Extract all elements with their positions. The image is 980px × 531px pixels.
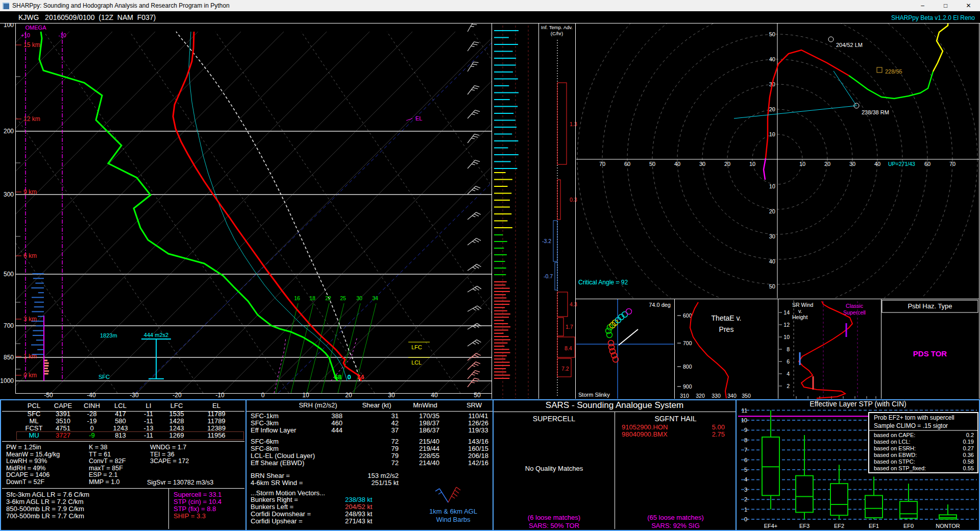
skewt-mixratio-labels: 16 18 22 25 30 34	[294, 295, 378, 301]
lfc-label: LFC	[411, 344, 422, 350]
svg-text:500: 500	[4, 271, 14, 278]
mnwind-header: MnWind	[395, 401, 456, 409]
wind-speed-profile-panel[interactable]	[494, 26, 528, 398]
index-line: SHIP = 3.3	[174, 513, 222, 520]
mean-wind-marker[interactable]	[877, 67, 882, 73]
version-label: SHARPpy Beta v1.2.0 El Reno	[891, 14, 975, 21]
stp-panel[interactable]: Effective Layer STP (with CIN) 012345678…	[737, 399, 979, 531]
skewt-panel[interactable]: OMEGA +10 -10	[0, 23, 841, 399]
sars-match-row[interactable]: 5.0091052900.HON	[622, 424, 725, 431]
temp-advection-panel[interactable]: Inf. Temp. Adv. (C/hr) 1.3 0.3 -3.2 -0.7…	[541, 25, 577, 397]
srwind-badge-2: Supercell	[843, 309, 866, 316]
svg-text:0.55: 0.55	[963, 465, 974, 471]
brn-shear-label: BRN Shear =	[251, 472, 290, 479]
svg-text:34: 34	[372, 295, 378, 301]
thermo-panel[interactable]: PCLCAPECINHLCLLILFCELSFC3391-28417-11153…	[1, 399, 246, 529]
kin-cell: 31	[342, 413, 399, 420]
composite-stats: WNDG = 1.7TEI = 363CAPE = 172	[150, 444, 189, 465]
kin-cell: SFC-8km	[251, 445, 325, 452]
skewt-wind-barbs	[468, 23, 481, 390]
svg-text:1: 1	[744, 506, 747, 513]
thermo-cell: 580	[106, 418, 135, 425]
thermo-cell: 3510	[48, 418, 78, 425]
svg-text:310: 310	[680, 393, 689, 399]
storm-motion-markers[interactable]: 204/52 LM 228/55 238/38 RM	[828, 37, 902, 115]
kin-cell: 110/41	[460, 413, 497, 420]
close-button[interactable]: ✕	[957, 0, 980, 11]
svg-text:30: 30	[699, 161, 705, 167]
kin-cell: 143/16	[460, 438, 497, 445]
skewt-level-markers: EL LFC LCL SFC 1823m 444 m2s2 68 0 74	[99, 115, 430, 381]
svg-text:11: 11	[742, 407, 747, 414]
sars-match-row[interactable]: 2.7598040900.BMX	[622, 431, 725, 438]
skewt-isotherm-grid	[0, 32, 841, 393]
kin-cell: 72	[342, 460, 399, 467]
kin-cell	[325, 460, 342, 467]
svg-text:6: 6	[744, 457, 747, 463]
stat-line: DCAPE = 1406	[6, 472, 60, 479]
svg-text:25: 25	[340, 295, 346, 301]
kin-cell: 42	[342, 420, 399, 427]
stats-strip: PCLCAPECINHLCLLILFCELSFC3391-28417-11153…	[0, 399, 980, 531]
sigsvr-stat: SigSvr = 130782 m3/s3	[147, 479, 213, 486]
svg-text:based on EBWD:: based on EBWD:	[874, 452, 917, 458]
svg-text:30: 30	[849, 161, 855, 167]
svg-text:20: 20	[769, 208, 775, 214]
kin-cell: SFC-6km	[251, 438, 325, 445]
omega-title: OMEGA	[26, 25, 47, 31]
thermo-cell: 1243	[106, 425, 135, 432]
svg-text:40: 40	[431, 392, 438, 399]
inflow-height-label: 1823m	[100, 332, 117, 339]
main-plot-area[interactable]: OMEGA +10 -10	[0, 23, 980, 399]
svg-text:30: 30	[388, 392, 395, 399]
srwind-panel[interactable]: SR Wind v. Height Classic Supercell 14 1…	[779, 300, 876, 399]
svg-text:NONTOR: NONTOR	[936, 523, 960, 529]
minimize-button[interactable]: –	[911, 0, 934, 11]
svg-text:EF1: EF1	[869, 523, 879, 529]
skewt-dry-adiabats	[0, 32, 803, 393]
kin-cell	[325, 452, 342, 460]
parcel-trace	[176, 32, 360, 381]
thermo-header-cell: PCL	[19, 401, 48, 411]
thetae-panel[interactable]: ThetaE v. Pres 600 700 800 900 310 320 3…	[677, 302, 751, 399]
selected-parcel-box[interactable]	[16, 431, 244, 440]
instability-stats: K = 38TT = 61ConvT = 82FmaxT = 85FESP = …	[89, 444, 126, 486]
title-bar[interactable]: SHARPpy: Sounding and Hodograph Analysis…	[0, 0, 980, 11]
thermo-cell: 3391	[48, 411, 78, 418]
kin-cell: LCL-EL (Cloud Layer)	[251, 452, 325, 460]
kin-cell: 186/37	[399, 427, 460, 434]
stat-line: LowRH = 93%	[6, 458, 60, 465]
lapse-rate-line: 850-500mb LR = 7.9 C/km	[6, 505, 89, 513]
window-title: SHARPpy: Sounding and Hodograph Analysis…	[12, 2, 230, 9]
lapse-rate-line: 3-6km AGL LR = 7.2 C/km	[6, 498, 89, 505]
stat-line: 3CAPE = 172	[150, 458, 189, 465]
kin-cell	[325, 445, 342, 452]
kin-cell: 119/33	[460, 427, 497, 434]
maximize-button[interactable]: □	[934, 0, 957, 11]
svg-text:0.3: 0.3	[570, 197, 577, 203]
thermo-cell: ML	[19, 418, 48, 425]
stat-line: ESP = 2.1	[89, 472, 126, 479]
index-line: STP (fix) = 8.8	[174, 505, 222, 513]
kin-cell: 214/40	[399, 460, 460, 467]
kinematics-panel[interactable]: SRH (m2/s2) Shear (kt) MnWind SRW SFC-1k…	[247, 399, 493, 531]
svg-text:based on ESRH:: based on ESRH:	[874, 445, 916, 451]
stat-line: ConvT = 82F	[89, 458, 126, 465]
thermo-cell: 1243	[162, 425, 191, 432]
storm-slinky-panel[interactable]: 74.0 deg Storm Slinky	[576, 299, 674, 399]
severe-indices: Supercell = 33.1STP (cin) = 10.4STP (fix…	[174, 491, 222, 520]
stp-title: Effective Layer STP (with CIN)	[810, 400, 906, 408]
hazard-panel[interactable]: Psbl Haz. Type PDS TOR	[882, 300, 978, 358]
svg-text:1.7: 1.7	[566, 324, 573, 330]
kin-cell: 79	[342, 452, 399, 460]
svg-text:7: 7	[744, 447, 747, 453]
svg-text:10: 10	[302, 392, 309, 399]
svg-text:60: 60	[924, 161, 930, 167]
sars-hail-matches[interactable]: 5.0091052900.HON2.7598040900.BMX	[622, 424, 725, 438]
kin-cell: 126/26	[460, 420, 497, 427]
sars-hail-header: SGFNT HAIL	[615, 415, 736, 423]
barb-caption: 1km & 6km AGL Wind Barbs	[415, 508, 492, 524]
svg-text:200: 200	[4, 128, 14, 135]
left-mover-marker[interactable]	[828, 37, 834, 42]
thermo-cell: -13	[135, 425, 162, 432]
